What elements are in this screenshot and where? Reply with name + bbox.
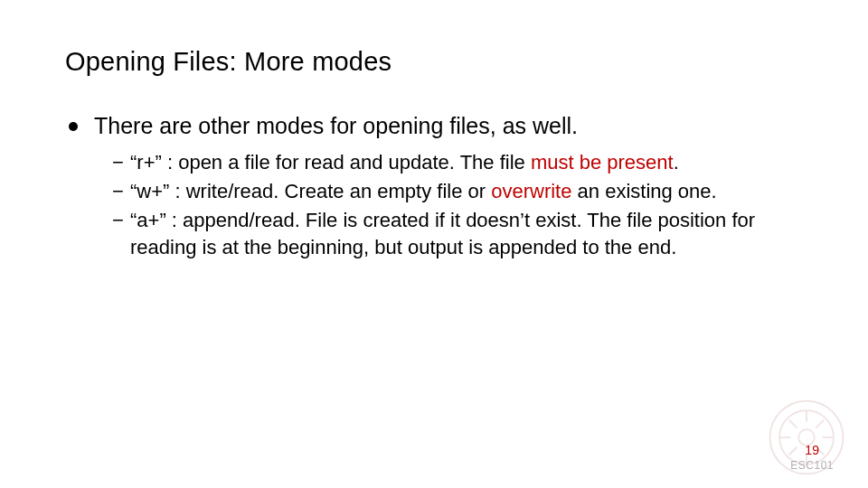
- page-number: 19: [790, 443, 834, 457]
- slide: Opening Files: More modes There are othe…: [0, 0, 868, 488]
- list-item-text: “r+” : open a file for read and update. …: [130, 149, 679, 176]
- dash-icon: −: [112, 207, 130, 234]
- slide-title: Opening Files: More modes: [65, 47, 392, 77]
- dash-icon: −: [112, 178, 130, 205]
- footer: 19 ESC101: [790, 443, 834, 472]
- text-pre: “r+” : open a file for read and update. …: [130, 151, 531, 174]
- text-emph: must be present: [531, 151, 674, 174]
- text-pre: “w+” : write/read. Create an empty file …: [130, 180, 491, 202]
- list-item-text: “w+” : write/read. Create an empty file …: [130, 178, 717, 205]
- list-item-text: “a+” : append/read. File is created if i…: [130, 207, 796, 261]
- text-pre: “a+” : append/read. File is created if i…: [130, 209, 755, 258]
- sub-list: − “r+” : open a file for read and update…: [112, 149, 796, 263]
- text-post: .: [674, 151, 679, 174]
- main-bullet-text: There are other modes for opening files,…: [94, 113, 578, 139]
- list-item: − “a+” : append/read. File is created if…: [112, 207, 796, 261]
- svg-line-7: [789, 420, 797, 428]
- list-item: − “w+” : write/read. Create an empty fil…: [112, 178, 796, 205]
- text-post: an existing one.: [571, 180, 716, 202]
- svg-line-10: [816, 420, 825, 428]
- dash-icon: −: [112, 149, 130, 176]
- bullet-disc-icon: [69, 122, 78, 131]
- course-code: ESC101: [790, 459, 834, 472]
- main-bullet: There are other modes for opening files,…: [69, 113, 578, 139]
- text-emph: overwrite: [491, 180, 571, 202]
- list-item: − “r+” : open a file for read and update…: [112, 149, 796, 176]
